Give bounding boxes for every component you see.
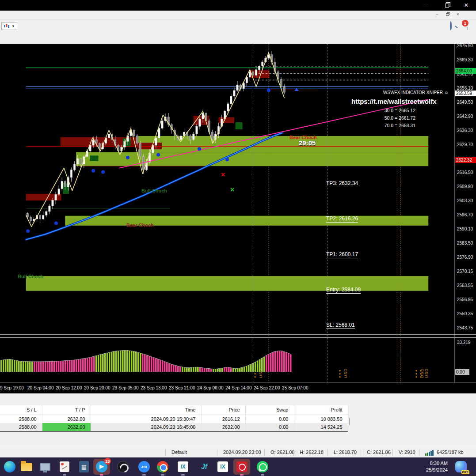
table-row[interactable]: 2588.002632.002024.09.20 15:30:472616.12…	[0, 415, 348, 423]
candle	[61, 181, 63, 189]
histogram-bar	[65, 361, 66, 372]
pane-splitter[interactable]	[0, 334, 476, 335]
table-cell: 10 083.50	[294, 415, 348, 423]
price-tick-label: 2556.95	[457, 297, 473, 302]
child-restore-icon	[446, 13, 449, 16]
status-separator	[165, 449, 166, 456]
candle	[246, 77, 248, 83]
child-minimize-button[interactable]: –	[434, 11, 441, 18]
chart-area[interactable]: 2675.902669.302662.702656.102649.502642.…	[0, 44, 476, 382]
candle	[42, 215, 44, 219]
histogram-bar	[153, 358, 155, 372]
trading-app-icon[interactable]: IX	[177, 461, 189, 473]
histogram-bar	[215, 369, 217, 372]
restore-button[interactable]	[440, 1, 453, 9]
table-row[interactable]: 2588.002632.002024.09.23 16:45:002632.00…	[0, 423, 348, 431]
status-separator	[392, 449, 393, 456]
whatsapp-icon[interactable]	[256, 461, 269, 473]
histogram-bar	[84, 358, 86, 372]
table-cell: 2616.12	[201, 415, 245, 423]
histogram-bar	[286, 352, 287, 372]
restore-icon	[445, 4, 449, 8]
justmarkets-icon[interactable]: Jf	[198, 461, 210, 473]
snipping-tool-icon[interactable]	[58, 461, 71, 473]
status-separator	[327, 449, 328, 456]
edge-icon[interactable]	[4, 461, 16, 473]
price-tick-label: 2636.30	[457, 128, 473, 133]
search-button[interactable]	[450, 22, 452, 30]
histogram-bar	[171, 364, 172, 372]
candle	[39, 215, 41, 219]
calculator-icon[interactable]: ▦	[78, 461, 90, 473]
taskbar-clock[interactable]: 8:30 AM 25/9/2024	[426, 460, 448, 473]
child-restore-button[interactable]	[444, 11, 451, 18]
time-tick-label: 24 Sep 22:00	[254, 385, 280, 390]
pane-splitter-2[interactable]	[0, 337, 476, 338]
scroll-handle[interactable]	[349, 418, 350, 425]
table-cell: 0.00	[245, 423, 294, 431]
histogram-bar	[109, 352, 110, 372]
price-tick-label: 2563.55	[457, 283, 473, 288]
chrome-icon[interactable]	[156, 461, 169, 473]
table-header-price[interactable]: Price	[201, 405, 245, 415]
histogram-bar	[193, 367, 194, 372]
broker-app-icon[interactable]	[236, 461, 248, 473]
histogram-bar	[7, 359, 9, 372]
histogram-bar	[23, 361, 24, 372]
histogram-bar	[186, 368, 188, 372]
histogram-bar	[259, 359, 261, 372]
histogram-bar	[244, 367, 245, 372]
table-header-tp[interactable]: T / P	[42, 405, 91, 415]
choch-label: Bull Choch	[141, 188, 167, 193]
candle	[199, 119, 201, 126]
histogram-bar	[202, 368, 203, 372]
open-app-indicator	[63, 474, 66, 476]
telegram-icon[interactable]: 25	[95, 461, 108, 473]
signal-dot	[101, 170, 105, 174]
histogram-bar	[102, 354, 104, 372]
indicator-axis: 33.219 0.00	[454, 339, 476, 382]
signal-dot	[126, 156, 129, 159]
time-tick-label: 24 Sep 06:00	[197, 385, 224, 390]
table-header-profit[interactable]: Profit	[294, 405, 348, 415]
candle	[70, 170, 72, 178]
status-item: C: 2621.86	[367, 450, 391, 455]
histogram-bar	[107, 353, 108, 372]
status-item: O: 2621.08	[270, 450, 294, 455]
remote-desktop-icon[interactable]	[39, 461, 51, 473]
buy-x-marker-icon: ×	[230, 186, 234, 194]
copilot-button[interactable]: PRE	[455, 461, 467, 472]
trade-level-label: SL: 2568.01	[326, 322, 355, 329]
candle	[30, 217, 31, 221]
candle	[158, 128, 160, 138]
status-item: H: 2622.18	[300, 450, 324, 455]
table-header-sl[interactable]: S / L	[0, 405, 42, 415]
price-axis[interactable]: 2675.902669.302662.702656.102649.502642.…	[454, 44, 476, 382]
signal-dot	[26, 229, 30, 233]
close-button[interactable]: ×	[460, 1, 473, 9]
candlestick-chart-icon	[4, 23, 10, 29]
time-tick-label: 25 Sep 07:00	[282, 385, 308, 390]
arrow-up-marker-icon	[294, 88, 299, 91]
candle	[252, 72, 254, 76]
unread-badge: 25	[104, 458, 111, 465]
trading-app2-icon[interactable]: IX	[217, 461, 229, 473]
signal-dot	[267, 88, 270, 92]
price-tick-label: 2649.50	[457, 100, 473, 105]
child-close-button[interactable]: ×	[454, 11, 461, 18]
chart-type-button[interactable]: ▼	[1, 22, 17, 30]
time-axis[interactable]: 9 Sep 19:0020 Sep 04:0020 Sep 12:0020 Se…	[0, 382, 476, 393]
histogram-bar	[62, 361, 64, 372]
table-header-swap[interactable]: Swap	[245, 405, 294, 415]
candle	[230, 96, 232, 104]
histogram-bar	[168, 363, 170, 372]
zoom-icon[interactable]: zm	[138, 461, 150, 473]
file-explorer-icon[interactable]	[20, 461, 33, 473]
table-header-time[interactable]: Time	[91, 405, 201, 415]
histogram-bar	[235, 369, 236, 372]
histogram-bar	[279, 351, 281, 372]
open-app-indicator	[142, 474, 146, 476]
obs-icon[interactable]	[117, 461, 129, 473]
minimize-button[interactable]: –	[419, 1, 433, 9]
trade-history-table[interactable]: S / LT / PTimePriceSwapProfit 2588.00263…	[0, 405, 348, 432]
